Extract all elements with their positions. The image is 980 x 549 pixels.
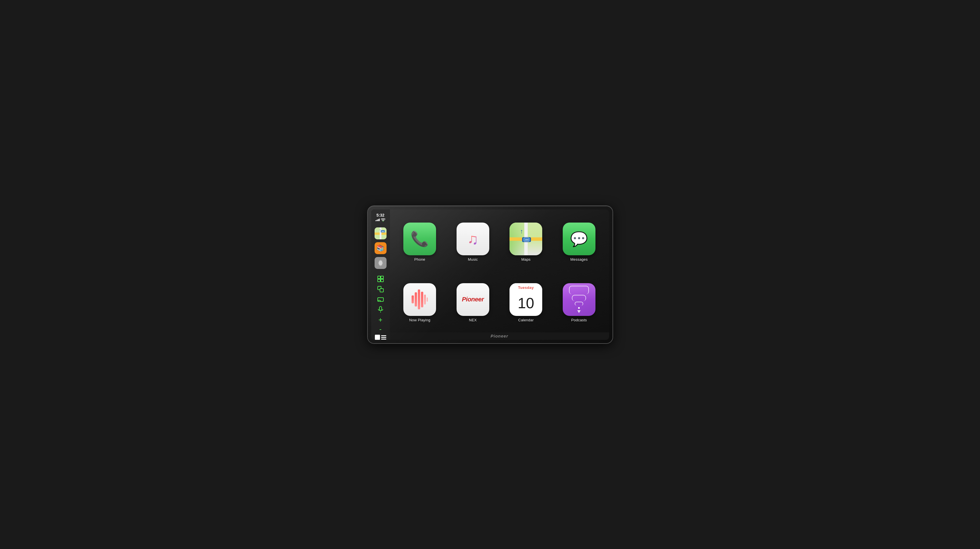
music-label: Music	[468, 257, 478, 261]
app-nex[interactable]: Pioneer NEX	[449, 274, 497, 331]
sidebar-item-settings[interactable]	[375, 257, 387, 269]
app-maps[interactable]: 280 ↑ Maps	[502, 213, 550, 271]
calendar-day-name: Tuesday	[509, 283, 542, 290]
app-music[interactable]: ♫ Music	[449, 213, 497, 271]
maps-icon: 280 ↑	[509, 223, 542, 255]
waveform-icon	[412, 290, 428, 309]
nex-label: NEX	[469, 318, 477, 322]
wifi-icon	[381, 218, 385, 221]
messages-icon: 💬	[563, 223, 595, 255]
pioneer-logo-text: Pioneer	[462, 296, 484, 303]
podcasts-label: Podcasts	[571, 318, 587, 322]
sidebar-controls: + -	[371, 274, 390, 334]
microphone-icon[interactable]	[377, 306, 384, 314]
signal-icon	[375, 218, 380, 221]
music-icon: ♫	[457, 223, 489, 255]
settings-gear-icon	[377, 259, 385, 267]
pioneer-device: 5:32	[368, 206, 612, 343]
calendar-label: Calendar	[518, 318, 534, 322]
phone-label: Phone	[414, 257, 425, 261]
podcast-glyph-icon	[569, 286, 589, 313]
device-screen: 5:32	[371, 210, 609, 340]
status-bar: 5:32	[375, 213, 385, 223]
grid-view-icon[interactable]	[377, 275, 384, 283]
svg-point-0	[383, 221, 383, 222]
svg-text:280: 280	[382, 231, 385, 232]
nowplaying-icon	[403, 283, 436, 316]
svg-rect-8	[378, 276, 380, 278]
pioneer-brand-label: Pioneer	[490, 334, 508, 338]
svg-rect-9	[381, 276, 383, 278]
maps-label: Maps	[521, 257, 531, 261]
svg-point-15	[380, 301, 381, 302]
svg-rect-13	[380, 289, 383, 292]
nex-icon: Pioneer	[457, 283, 489, 316]
grid-list-toggle[interactable]	[375, 335, 386, 339]
cast-icon[interactable]	[377, 296, 384, 304]
sidebar-item-books[interactable]: 📚	[375, 242, 387, 254]
svg-rect-11	[381, 279, 383, 282]
svg-rect-10	[378, 279, 380, 282]
app-messages[interactable]: 💬 Messages	[555, 213, 603, 271]
clock: 5:32	[375, 213, 385, 218]
message-bubble-icon: 💬	[570, 231, 588, 247]
svg-rect-16	[379, 307, 382, 310]
music-note-icon: ♫	[468, 231, 479, 248]
maps-arrow-indicator: ↑	[520, 228, 523, 235]
add-icon[interactable]: +	[378, 317, 382, 323]
calendar-icon: Tuesday 10	[509, 283, 542, 316]
apps-grid: 📞 Phone ♫ Music	[396, 213, 603, 331]
grid-square-icon	[375, 335, 380, 339]
pioneer-branding-bar: Pioneer	[390, 333, 609, 340]
podcasts-icon	[563, 283, 595, 316]
calendar-day-number: 10	[509, 290, 542, 316]
carplay-screen: 📞 Phone ♫ Music	[390, 210, 609, 340]
sidebar: 5:32	[371, 210, 390, 340]
app-podcasts[interactable]: Podcasts	[555, 274, 603, 331]
overlay-icon[interactable]	[377, 286, 384, 294]
minus-icon[interactable]: -	[379, 326, 382, 333]
svg-text:↑: ↑	[379, 228, 381, 232]
list-lines-icon	[381, 335, 386, 339]
app-nowplaying[interactable]: Now Playing	[396, 274, 444, 331]
sidebar-item-maps[interactable]: 280 ↑	[375, 228, 387, 239]
signal-row	[375, 218, 385, 221]
app-phone[interactable]: 📞 Phone	[396, 213, 444, 271]
pod-mic-stand-icon	[577, 310, 581, 313]
nowplaying-label: Now Playing	[409, 318, 430, 322]
phone-icon: 📞	[403, 223, 436, 255]
maps-mini-icon: 280 ↑	[375, 228, 387, 239]
app-calendar[interactable]: Tuesday 10 Calendar	[502, 274, 550, 331]
messages-label: Messages	[570, 257, 588, 261]
phone-glyph-icon: 📞	[410, 230, 429, 248]
books-icon: 📚	[377, 245, 384, 252]
